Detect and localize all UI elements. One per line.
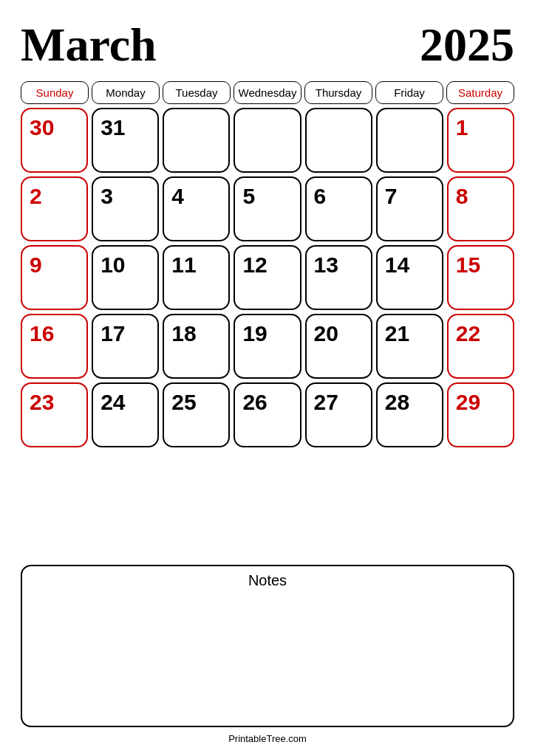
- day-cell-empty-0-3[interactable]: [234, 108, 301, 173]
- calendar-page: March 2025 SundayMondayTuesdayWednesdayT…: [0, 0, 535, 756]
- day-cell-10[interactable]: 10: [92, 245, 159, 310]
- calendar: SundayMondayTuesdayWednesdayThursdayFrid…: [21, 81, 514, 557]
- day-header-wednesday: Wednesday: [234, 81, 301, 104]
- day-cell-17[interactable]: 17: [92, 314, 159, 379]
- day-cell-24[interactable]: 24: [92, 382, 159, 447]
- day-cell-13[interactable]: 13: [305, 245, 372, 310]
- calendar-row-3: 16171819202122: [21, 314, 514, 379]
- calendar-row-2: 9101112131415: [21, 245, 514, 310]
- day-cell-5[interactable]: 5: [234, 176, 301, 241]
- day-cell-21[interactable]: 21: [376, 314, 443, 379]
- day-cell-6[interactable]: 6: [305, 176, 372, 241]
- day-cell-12[interactable]: 12: [234, 245, 301, 310]
- day-headers: SundayMondayTuesdayWednesdayThursdayFrid…: [21, 81, 514, 104]
- day-cell-3[interactable]: 3: [92, 176, 159, 241]
- day-cell-9[interactable]: 9: [21, 245, 88, 310]
- day-cell-28[interactable]: 28: [376, 382, 443, 447]
- day-cell-30[interactable]: 30: [21, 108, 88, 173]
- day-cell-29[interactable]: 29: [447, 382, 514, 447]
- day-cell-4[interactable]: 4: [163, 176, 230, 241]
- day-header-monday: Monday: [92, 81, 160, 104]
- day-cell-20[interactable]: 20: [305, 314, 372, 379]
- day-cell-2[interactable]: 2: [21, 176, 88, 241]
- day-cell-22[interactable]: 22: [447, 314, 514, 379]
- day-cell-14[interactable]: 14: [376, 245, 443, 310]
- month-title: March: [21, 18, 157, 72]
- day-header-friday: Friday: [375, 81, 443, 104]
- day-cell-18[interactable]: 18: [163, 314, 230, 379]
- day-cell-8[interactable]: 8: [447, 176, 514, 241]
- year-title: 2025: [420, 18, 514, 72]
- day-cell-19[interactable]: 19: [234, 314, 301, 379]
- day-header-tuesday: Tuesday: [163, 81, 231, 104]
- notes-title: Notes: [34, 572, 501, 589]
- day-cell-27[interactable]: 27: [305, 382, 372, 447]
- day-cell-empty-0-5[interactable]: [376, 108, 443, 173]
- calendar-row-1: 2345678: [21, 176, 514, 241]
- day-cell-1[interactable]: 1: [447, 108, 514, 173]
- day-header-saturday: Saturday: [446, 81, 514, 104]
- calendar-row-0: 30311: [21, 108, 514, 173]
- day-cell-26[interactable]: 26: [234, 382, 301, 447]
- day-cell-empty-0-2[interactable]: [163, 108, 230, 173]
- calendar-grid: 3031123456789101112131415161718192021222…: [21, 108, 514, 447]
- day-cell-23[interactable]: 23: [21, 382, 88, 447]
- day-cell-empty-0-4[interactable]: [305, 108, 372, 173]
- day-cell-31[interactable]: 31: [92, 108, 159, 173]
- day-cell-15[interactable]: 15: [447, 245, 514, 310]
- footer-text: PrintableTree.com: [228, 733, 307, 744]
- day-cell-25[interactable]: 25: [163, 382, 230, 447]
- day-cell-11[interactable]: 11: [163, 245, 230, 310]
- day-cell-7[interactable]: 7: [376, 176, 443, 241]
- footer: PrintableTree.com: [21, 733, 514, 744]
- notes-body[interactable]: [34, 592, 501, 720]
- calendar-header: March 2025: [21, 18, 514, 72]
- notes-section[interactable]: Notes: [21, 565, 514, 727]
- day-cell-16[interactable]: 16: [21, 314, 88, 379]
- day-header-sunday: Sunday: [21, 81, 89, 104]
- day-header-thursday: Thursday: [304, 81, 372, 104]
- calendar-row-4: 23242526272829: [21, 382, 514, 447]
